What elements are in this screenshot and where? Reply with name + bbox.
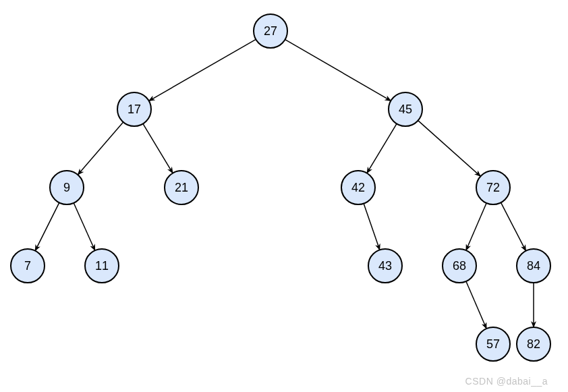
node-value: 45: [399, 103, 412, 116]
tree-node: 17: [117, 92, 151, 126]
tree-edge: [143, 123, 173, 173]
node-value: 43: [378, 259, 392, 273]
tree-node: 21: [165, 171, 198, 204]
edges-layer: [35, 39, 534, 329]
node-value: 11: [95, 259, 109, 273]
tree-edge: [285, 40, 391, 101]
tree-edge: [418, 121, 481, 177]
node-value: 42: [351, 181, 365, 194]
node-value: 9: [63, 181, 70, 194]
nodes-layer: 27174592142727114368845782: [11, 14, 550, 361]
tree-edge: [466, 281, 486, 329]
node-value: 82: [527, 337, 540, 351]
binary-search-tree-diagram: 27174592142727114368845782: [0, 0, 568, 392]
tree-node: 11: [85, 249, 119, 283]
tree-edge: [78, 122, 123, 175]
tree-edge: [74, 203, 95, 250]
node-value: 17: [127, 103, 141, 116]
node-value: 68: [453, 259, 466, 273]
node-value: 7: [24, 259, 31, 273]
node-value: 27: [264, 24, 277, 38]
node-value: 21: [175, 181, 188, 194]
tree-node: 27: [254, 14, 287, 48]
tree-edge: [367, 123, 397, 173]
tree-edge: [35, 202, 59, 250]
tree-edge: [364, 204, 380, 250]
node-value: 72: [486, 181, 500, 194]
tree-node: 68: [443, 249, 476, 283]
tree-node: 57: [476, 327, 510, 361]
tree-node: 72: [476, 171, 510, 204]
tree-edge: [149, 39, 256, 101]
tree-node: 45: [389, 92, 422, 126]
node-value: 57: [486, 337, 500, 351]
tree-node: 43: [368, 249, 402, 283]
node-value: 84: [527, 259, 540, 273]
tree-edge: [466, 203, 486, 250]
tree-node: 82: [517, 327, 550, 361]
tree-node: 9: [50, 171, 84, 204]
tree-node: 7: [11, 249, 45, 283]
tree-node: 42: [341, 171, 375, 204]
tree-node: 84: [517, 249, 550, 283]
tree-edge: [501, 202, 526, 251]
